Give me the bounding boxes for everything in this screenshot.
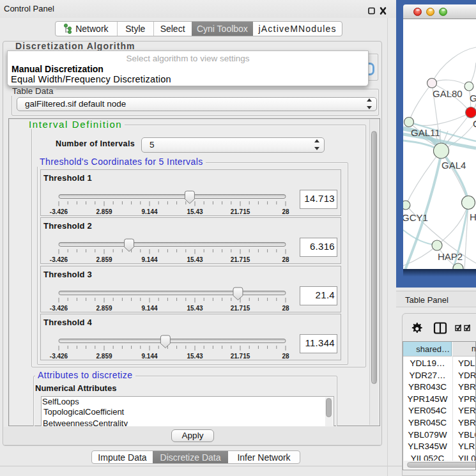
svg-text:28: 28: [282, 256, 289, 263]
svg-text:9.144: 9.144: [141, 305, 157, 312]
svg-text:21.715: 21.715: [231, 305, 250, 312]
svg-text:GAL4: GAL4: [441, 160, 466, 171]
svg-text:28: 28: [282, 208, 289, 215]
svg-text:-3.426: -3.426: [50, 305, 68, 312]
svg-text:28: 28: [282, 353, 289, 360]
svg-text:9.144: 9.144: [141, 353, 157, 360]
svg-text:21.715: 21.715: [231, 353, 250, 360]
svg-text:CY: CY: [473, 118, 476, 129]
svg-text:GAL11: GAL11: [411, 127, 440, 138]
svg-text:2.859: 2.859: [96, 305, 112, 312]
svg-text:2.859: 2.859: [96, 256, 112, 263]
svg-text:15.43: 15.43: [187, 305, 203, 312]
svg-text:-3.426: -3.426: [50, 353, 68, 360]
svg-text:-3.426: -3.426: [50, 208, 68, 215]
svg-text:2.859: 2.859: [96, 208, 112, 215]
svg-text:9.144: 9.144: [141, 256, 157, 263]
svg-text:15.43: 15.43: [187, 256, 203, 263]
svg-text:9.144: 9.144: [141, 208, 157, 215]
svg-text:GA: GA: [470, 93, 476, 104]
svg-text:28: 28: [282, 305, 289, 312]
svg-text:15.43: 15.43: [187, 353, 203, 360]
svg-text:-3.426: -3.426: [50, 256, 68, 263]
svg-text:HA: HA: [470, 211, 476, 222]
svg-text:GAL80: GAL80: [433, 88, 463, 99]
svg-text:2.859: 2.859: [96, 353, 112, 360]
svg-text:21.715: 21.715: [231, 256, 250, 263]
svg-text:21.715: 21.715: [231, 208, 250, 215]
svg-text:HAP2: HAP2: [438, 251, 463, 262]
svg-text:15.43: 15.43: [187, 208, 203, 215]
svg-text:GCY1: GCY1: [403, 212, 428, 223]
